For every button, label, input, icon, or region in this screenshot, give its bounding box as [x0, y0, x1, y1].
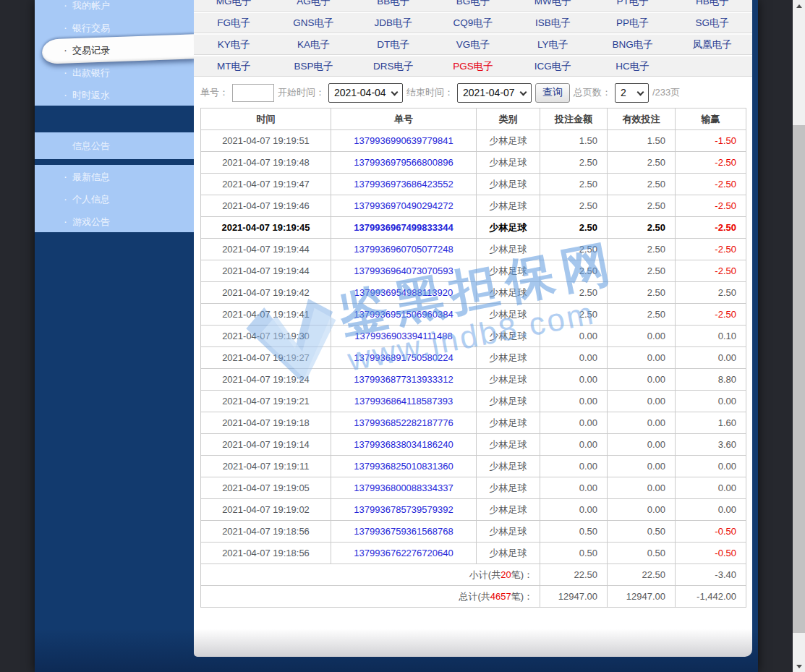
- cell-bet: 0.00: [540, 326, 608, 347]
- table-row: 2021-04-07 19:19:301379936903394111488少林…: [201, 326, 746, 347]
- cell-order: 1379936951506960384: [331, 304, 477, 326]
- cell-order: 1379936852282187776: [331, 412, 477, 434]
- cell-order: 1379936954988113920: [331, 282, 477, 304]
- sidebar-item-latest-news[interactable]: ·最新信息: [35, 165, 194, 187]
- bet-records-table: 时间 单号 类别 投注金额 有效投注 输赢 2021-04-07 19:19:5…: [200, 108, 746, 608]
- sidebar-item-game-announcements[interactable]: ·游戏公告: [35, 210, 194, 232]
- cell-category: 少林足球: [477, 326, 540, 347]
- order-link[interactable]: 1379936951506960384: [354, 309, 453, 320]
- order-link[interactable]: 1379936762276720640: [354, 548, 453, 558]
- game-tab[interactable]: DT电子: [354, 38, 433, 51]
- order-link[interactable]: 1379936960705077248: [354, 244, 453, 255]
- cell-result: -2.50: [676, 304, 746, 326]
- start-date-select[interactable]: 2021-04-04: [328, 83, 403, 103]
- cell-result: -0.50: [676, 543, 746, 564]
- game-tab[interactable]: FG电子: [194, 17, 273, 30]
- scroll-down-button[interactable]: [793, 660, 805, 672]
- cell-bet: 2.50: [540, 304, 608, 326]
- game-tab[interactable]: SG电子: [673, 17, 752, 30]
- order-link[interactable]: 1379936800088334337: [354, 482, 453, 493]
- col-header-valid-bet: 有效投注: [608, 109, 676, 130]
- cell-bet: 0.00: [540, 391, 608, 412]
- cell-order: 1379936967499833344: [331, 217, 477, 239]
- game-tab[interactable]: KY电子: [194, 38, 273, 51]
- scroll-up-button[interactable]: [793, 0, 805, 12]
- game-tab[interactable]: HC电子: [592, 60, 672, 73]
- end-date-select[interactable]: 2021-04-07: [457, 83, 532, 103]
- order-link[interactable]: 1379936973686423552: [354, 179, 453, 190]
- cell-result: 0.10: [676, 326, 746, 347]
- game-tab[interactable]: PT电子: [592, 0, 672, 8]
- order-link[interactable]: 1379936877313933312: [354, 374, 453, 385]
- cell-bet: 0.50: [540, 521, 608, 543]
- table-row: 2021-04-07 19:19:451379936967499833344少林…: [201, 217, 746, 239]
- game-tab[interactable]: DRS电子: [354, 60, 433, 73]
- order-link[interactable]: 1379936967499833344: [354, 222, 453, 233]
- scrollbar[interactable]: [793, 0, 805, 672]
- game-tab[interactable]: LY电子: [513, 38, 592, 51]
- sidebar-item-rebate[interactable]: ·时时返水: [35, 83, 194, 106]
- game-tab[interactable]: MW电子: [513, 0, 592, 8]
- order-link[interactable]: 1379936759361568768: [354, 526, 453, 537]
- subtotal-valid: 22.50: [608, 564, 676, 586]
- order-link[interactable]: 1379936954988113920: [354, 287, 453, 298]
- game-tab[interactable]: GNS电子: [273, 17, 353, 30]
- game-tab[interactable]: VG电子: [433, 38, 513, 51]
- scrollbar-thumb[interactable]: [793, 125, 805, 633]
- order-link[interactable]: 1379936964073070593: [354, 265, 453, 276]
- order-link[interactable]: 1379936979566800896: [354, 157, 453, 168]
- game-tab[interactable]: JDB电子: [354, 17, 433, 30]
- game-tab[interactable]: CQ9电子: [433, 17, 513, 30]
- game-tab[interactable]: MT电子: [194, 60, 273, 73]
- cell-order: 1379936762276720640: [331, 543, 477, 564]
- sidebar-item-withdrawal-bank[interactable]: ·出款银行: [35, 61, 194, 83]
- page-select[interactable]: 2: [615, 83, 649, 103]
- cell-time: 2021-04-07 19:19:41: [201, 304, 331, 326]
- cell-valid: 0.00: [608, 326, 676, 347]
- cell-time: 2021-04-07 19:19:11: [201, 456, 331, 477]
- start-date-select-wrap: 2021-04-04: [328, 83, 403, 103]
- game-tab[interactable]: BB电子: [354, 0, 433, 8]
- sidebar-item-transaction-records[interactable]: ·交易记录: [35, 38, 194, 61]
- game-tab[interactable]: HB电子: [673, 0, 752, 8]
- cell-order: 1379936960705077248: [331, 239, 477, 260]
- order-number-input[interactable]: [232, 84, 274, 102]
- cell-category: 少林足球: [477, 412, 540, 434]
- game-tab[interactable]: BG电子: [433, 0, 513, 8]
- cell-result: 1.60: [676, 412, 746, 434]
- game-tab[interactable]: KA电子: [273, 38, 353, 51]
- game-tab[interactable]: ISB电子: [513, 17, 592, 30]
- game-tab-active[interactable]: PGS电子: [433, 60, 513, 73]
- cell-valid: 2.50: [608, 152, 676, 174]
- order-link[interactable]: 1379936838034186240: [354, 439, 453, 450]
- order-link[interactable]: 1379936990639779841: [354, 135, 453, 146]
- game-tab[interactable]: 凤凰电子: [673, 38, 752, 51]
- order-link[interactable]: 1379936852282187776: [354, 417, 453, 428]
- game-tab[interactable]: PP电子: [592, 17, 672, 30]
- cell-result: 0.00: [676, 456, 746, 477]
- cell-category: 少林足球: [477, 543, 540, 564]
- cell-category: 少林足球: [477, 152, 540, 174]
- tab-row: MG电子 AG电子 BB电子 BG电子 MW电子 PT电子 HB电子: [194, 0, 752, 12]
- game-tab[interactable]: BSP电子: [273, 60, 353, 73]
- cell-order: 1379936877313933312: [331, 369, 477, 391]
- order-link[interactable]: 1379936970490294272: [354, 200, 453, 211]
- cell-result: -2.50: [676, 174, 746, 195]
- game-tab[interactable]: BNG电子: [592, 38, 672, 51]
- game-tab[interactable]: ICG电子: [513, 60, 592, 73]
- order-link[interactable]: 1379936785739579392: [354, 504, 453, 515]
- cell-order: 1379936785739579392: [331, 499, 477, 521]
- game-tab[interactable]: MG电子: [194, 0, 273, 8]
- arrow-down-icon: [796, 665, 802, 668]
- sidebar-item-personal-messages[interactable]: ·个人信息: [35, 187, 194, 210]
- table-row: 2021-04-07 19:19:481379936979566800896少林…: [201, 152, 746, 174]
- order-link[interactable]: 1379936864118587393: [354, 396, 453, 407]
- sidebar-item-my-account[interactable]: ·我的帐户: [35, 0, 194, 16]
- cell-category: 少林足球: [477, 347, 540, 369]
- cell-bet: 2.50: [540, 195, 608, 217]
- order-link[interactable]: 1379936825010831360: [354, 461, 453, 472]
- order-link[interactable]: 1379936891750580224: [354, 352, 453, 363]
- order-link[interactable]: 1379936903394111488: [354, 331, 452, 341]
- query-button[interactable]: 查询: [535, 83, 570, 103]
- game-tab[interactable]: AG电子: [273, 0, 353, 8]
